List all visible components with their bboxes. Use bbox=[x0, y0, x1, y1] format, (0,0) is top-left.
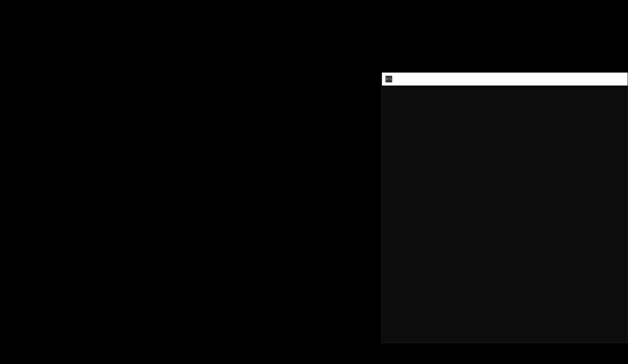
code-area[interactable] bbox=[9, 0, 628, 2]
command-prompt-output[interactable] bbox=[382, 86, 628, 92]
command-prompt-icon bbox=[385, 76, 392, 83]
fold-gutter bbox=[0, 0, 9, 364]
command-prompt-titlebar[interactable] bbox=[382, 73, 628, 86]
command-prompt-window[interactable] bbox=[382, 72, 628, 343]
